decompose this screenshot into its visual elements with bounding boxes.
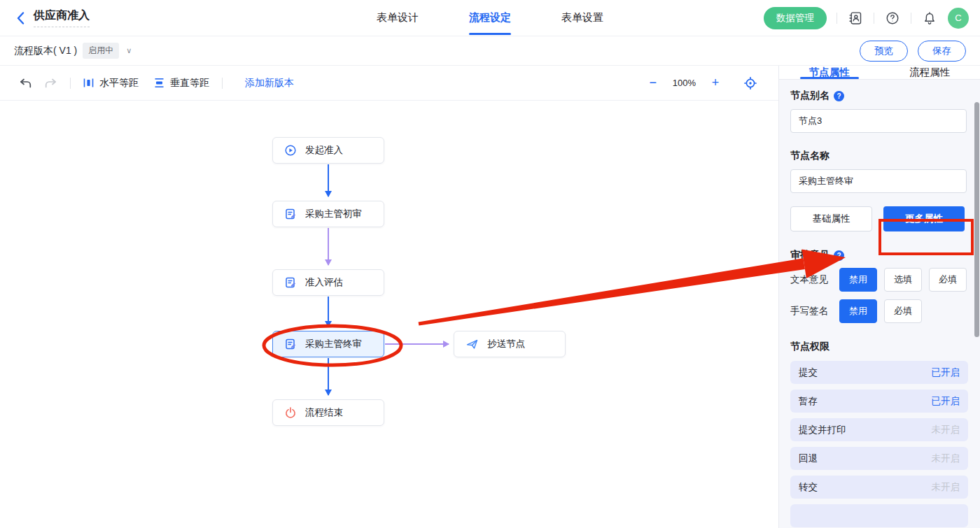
horizontal-spacing-button[interactable]: 水平等距 (83, 77, 139, 90)
signature-disable-button[interactable]: 禁用 (839, 299, 877, 323)
power-icon (285, 407, 296, 418)
save-button[interactable]: 保存 (918, 41, 966, 62)
chevron-down-icon[interactable]: ∨ (126, 46, 132, 55)
divider (836, 13, 837, 24)
flow-node-end[interactable]: 流程结束 (272, 399, 384, 426)
flow-connectors (0, 101, 778, 528)
flow-node-first-review[interactable]: 采购主管初审 (272, 201, 384, 227)
doc-edit-icon (285, 338, 296, 350)
basic-properties-button[interactable]: 基础属性 (790, 206, 872, 231)
back-button[interactable] (11, 9, 29, 27)
page-title[interactable]: 供应商准入 (34, 8, 90, 27)
notification-bell-icon[interactable] (921, 10, 938, 27)
panel-tabs: 节点属性 流程属性 (779, 66, 980, 80)
locate-center-icon[interactable] (743, 76, 757, 90)
node-alias-input[interactable] (790, 109, 967, 133)
canvas-toolbar: 水平等距 垂直等距 添加新版本 − 100% + (0, 66, 778, 101)
text-opinion-required-button[interactable]: 必填 (929, 268, 967, 292)
status-badge: 未开启 (932, 452, 960, 465)
zoom-level: 100% (673, 78, 696, 88)
more-properties-button[interactable]: 更多属性 (883, 206, 965, 231)
permission-row-submit-print[interactable]: 提交并打印 未开启 (790, 418, 968, 441)
vertical-spacing-icon (154, 78, 164, 88)
text-opinion-disable-button[interactable]: 禁用 (839, 268, 877, 292)
text-opinion-row: 文本意见 禁用 选填 必填 (790, 268, 965, 292)
app-header: 供应商准入 表单设计 流程设定 表单设置 数据管理 (0, 0, 980, 36)
tab-process-properties[interactable]: 流程属性 (880, 66, 980, 79)
redo-icon[interactable] (43, 76, 57, 90)
node-permissions-label: 节点权限 (790, 341, 965, 353)
signature-label: 手写签名 (790, 305, 832, 317)
permission-row-submit[interactable]: 提交 已开启 (790, 361, 968, 384)
horizontal-spacing-icon (83, 78, 94, 88)
text-opinion-optional-button[interactable]: 选填 (884, 268, 922, 292)
panel-scrollbar[interactable] (974, 102, 979, 337)
vertical-spacing-button[interactable]: 垂直等距 (154, 77, 209, 90)
version-bar: 流程版本( V1 ) 启用中 ∨ 预览 保存 (0, 36, 980, 66)
node-name-input[interactable] (790, 169, 967, 193)
divider (222, 78, 223, 89)
doc-edit-icon (285, 208, 296, 220)
flow-node-evaluation[interactable]: 准入评估 (272, 269, 384, 296)
status-badge: 启用中 (83, 43, 119, 59)
divider (911, 13, 911, 24)
play-icon (285, 145, 296, 156)
version-label: 流程版本( V1 ) (14, 45, 77, 57)
undo-icon[interactable] (18, 76, 32, 90)
back-chevron-icon (17, 12, 24, 24)
tab-node-properties[interactable]: 节点属性 (779, 66, 880, 79)
node-alias-label: 节点别名 ? (790, 90, 965, 102)
tab-process-setting[interactable]: 流程设定 (469, 0, 511, 36)
status-badge: 已开启 (932, 395, 960, 408)
divider (874, 13, 874, 24)
help-icon[interactable]: ? (834, 250, 844, 261)
signature-required-button[interactable]: 必填 (884, 299, 922, 323)
permission-row-partial[interactable] (790, 504, 968, 527)
help-icon[interactable] (884, 10, 901, 27)
permission-row-transfer[interactable]: 转交 未开启 (790, 476, 968, 499)
zoom-out-button[interactable]: − (645, 76, 662, 90)
flow-canvas[interactable]: 发起准入 采购主管初审 准入评估 (0, 101, 778, 528)
flow-node-start[interactable]: 发起准入 (272, 137, 384, 164)
add-version-link[interactable]: 添加新版本 (245, 77, 294, 90)
permission-row-rollback[interactable]: 回退 未开启 (790, 447, 968, 470)
status-badge: 未开启 (932, 481, 960, 494)
avatar[interactable]: C (948, 8, 969, 29)
doc-edit-icon (285, 277, 296, 288)
text-opinion-label: 文本意见 (790, 273, 832, 286)
permission-row-save-draft[interactable]: 暂存 已开启 (790, 390, 968, 413)
data-manage-button[interactable]: 数据管理 (764, 7, 827, 29)
properties-panel: 节点属性 流程属性 节点别名 ? 节点名称 基础属性 更多属性 审批意见 ? (778, 66, 980, 528)
zoom-in-button[interactable]: + (707, 76, 724, 90)
contact-book-icon[interactable] (847, 10, 864, 27)
help-icon[interactable]: ? (834, 91, 844, 101)
paper-plane-icon (466, 338, 478, 350)
tab-form-design[interactable]: 表单设计 (377, 0, 419, 36)
status-badge: 已开启 (932, 366, 960, 379)
node-name-label: 节点名称 (790, 150, 965, 162)
flow-node-cc[interactable]: 抄送节点 (454, 331, 566, 357)
approval-opinion-label: 审批意见 ? (790, 249, 965, 262)
flow-node-final-review[interactable]: 采购主管终审 (272, 331, 384, 357)
divider (70, 78, 71, 89)
header-actions: 数据管理 C (764, 7, 969, 29)
status-badge: 未开启 (932, 424, 960, 436)
preview-button[interactable]: 预览 (860, 41, 908, 62)
signature-row: 手写签名 禁用 必填 (790, 299, 965, 323)
tab-form-setting[interactable]: 表单设置 (561, 0, 603, 36)
